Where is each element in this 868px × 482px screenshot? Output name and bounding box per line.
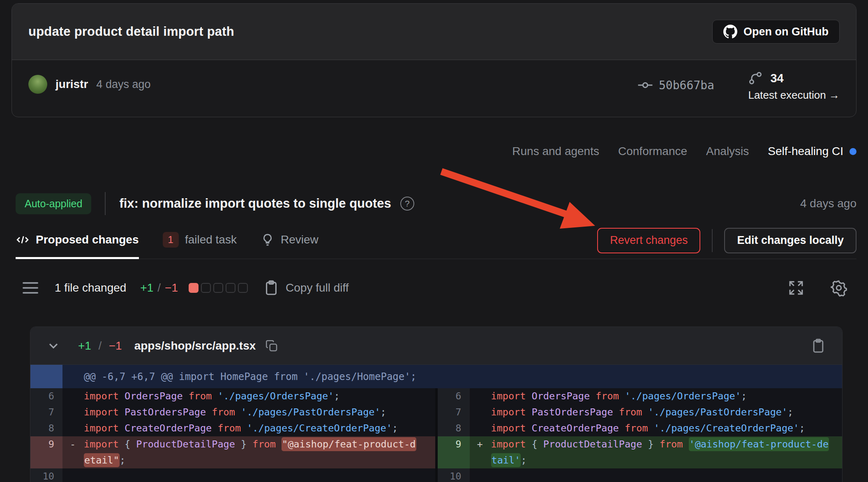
commit-card-body: juristr 4 days ago 50b667ba 34 Latest ex… [12, 60, 856, 117]
diff-line: 7import PastOrdersPage from './pages/Pas… [30, 404, 435, 420]
hunk-header-row: @@ -6,7 +6,7 @@ import HomePage from './… [30, 365, 842, 388]
diff-line: 10 [30, 468, 435, 482]
latest-execution-link[interactable]: Latest execution → [748, 89, 840, 102]
diff-pane-new: 6import OrdersPage from './pages/OrdersP… [438, 388, 843, 482]
hunk-gutter [30, 365, 62, 388]
git-commit-icon [637, 77, 653, 93]
execution-count-row: 34 [748, 71, 783, 86]
line-number: 8 [30, 420, 62, 436]
authored-timestamp: 4 days ago [96, 78, 150, 91]
toolbar-right [787, 279, 847, 297]
diffstat-removed: −1 [165, 281, 178, 294]
line-number: 9 [30, 436, 62, 468]
revert-changes-button[interactable]: Revert changes [597, 228, 700, 253]
files-changed-label: 1 file changed [55, 281, 126, 294]
tab-failed-task[interactable]: 1 failed task [163, 222, 237, 259]
diff-pane-old: 6import OrdersPage from './pages/OrdersP… [30, 388, 435, 482]
tab-review[interactable]: Review [261, 222, 319, 259]
nav-item-self-healing-ci[interactable]: Self-healing CI [768, 145, 856, 158]
github-icon [723, 25, 737, 39]
action-buttons: Revert changes Edit changes locally [597, 228, 856, 253]
diffstat-square [238, 283, 248, 293]
failed-count-badge: 1 [163, 232, 179, 248]
diffstat-square [189, 283, 199, 293]
diff-line: 9-import { ProductDetailPage } from "@ai… [30, 436, 435, 468]
diff-line: 10 [438, 468, 843, 482]
diff-line: 6import OrdersPage from './pages/OrdersP… [438, 388, 843, 404]
diff-sign: - [70, 436, 76, 452]
vertical-divider [105, 192, 106, 215]
line-number: 6 [438, 388, 470, 404]
copy-file-diff-icon[interactable] [810, 338, 826, 354]
line-number: 7 [438, 404, 470, 420]
auto-applied-badge: Auto-applied [16, 193, 91, 214]
hunk-header-text: @@ -6,7 +6,7 @@ import HomePage from './… [62, 365, 416, 388]
code-cell: import OrdersPage from './pages/OrdersPa… [62, 388, 435, 404]
edit-changes-locally-button[interactable]: Edit changes locally [724, 228, 856, 253]
chevron-down-icon[interactable] [46, 338, 61, 353]
diff-line: 6import OrdersPage from './pages/OrdersP… [30, 388, 435, 404]
diff-file-card: +1 / −1 apps/shop/src/app.tsx @@ -6,7 +6… [30, 327, 843, 482]
file-diffstat: +1 / −1 [78, 339, 122, 352]
button-divider [712, 229, 713, 252]
file-path: apps/shop/src/app.tsx [134, 339, 256, 352]
diff-line: 8import CreateOrderPage from './pages/Cr… [30, 420, 435, 436]
fullscreen-icon[interactable] [787, 279, 805, 297]
code-cell: -import { ProductDetailPage } from "@ais… [62, 436, 435, 468]
clipboard-icon[interactable] [263, 279, 280, 297]
open-on-github-label: Open on GitHub [743, 25, 829, 38]
lightbulb-icon [261, 233, 275, 247]
copy-path-icon[interactable] [265, 339, 279, 353]
commit-card: update product detail import path Open o… [12, 3, 856, 117]
tab-label: failed task [185, 233, 237, 246]
code-cell: import PastOrdersPage from './pages/Past… [62, 404, 435, 420]
commit-hash: 50b667ba [659, 79, 714, 92]
avatar[interactable] [28, 75, 47, 94]
page-title: update product detail import path [28, 24, 234, 39]
author-name: juristr [55, 78, 88, 91]
copy-full-diff-button[interactable]: Copy full diff [286, 281, 349, 294]
code-icon [16, 233, 30, 247]
nav-item-runs-and-agents[interactable]: Runs and agents [512, 145, 599, 158]
author-row: juristr 4 days ago [28, 75, 150, 94]
active-nav-dot-icon [850, 148, 856, 155]
code-cell: import OrdersPage from './pages/OrdersPa… [470, 388, 843, 404]
nav-item-conformance[interactable]: Conformance [618, 145, 687, 158]
diff-line: 7import PastOrdersPage from './pages/Pas… [438, 404, 843, 420]
open-on-github-button[interactable]: Open on GitHub [712, 20, 840, 44]
gear-icon[interactable] [830, 279, 847, 297]
diff-file-header: +1 / −1 apps/shop/src/app.tsx [30, 327, 842, 365]
code-cell [470, 468, 843, 482]
file-diffstat-removed: −1 [109, 339, 122, 352]
help-icon[interactable]: ? [400, 197, 414, 211]
code-cell: import PastOrdersPage from './pages/Past… [470, 404, 843, 420]
diffstat-added: +1 [140, 281, 153, 294]
tab-proposed-changes[interactable]: Proposed changes [16, 222, 139, 259]
line-number: 6 [30, 388, 62, 404]
tab-label: Proposed changes [36, 233, 139, 246]
line-number: 8 [438, 420, 470, 436]
line-number: 10 [30, 468, 62, 482]
execution-group: 34 Latest execution → [748, 71, 840, 102]
file-list-menu-icon[interactable] [23, 282, 38, 294]
code-cell [62, 468, 435, 482]
diffstat-square [201, 283, 211, 293]
file-diffstat-added: +1 [78, 339, 91, 352]
fix-timestamp: 4 days ago [800, 197, 856, 210]
diff-line: 9+import { ProductDetailPage } from '@ai… [438, 436, 843, 468]
diff-sign: + [477, 436, 483, 452]
tabs-row: Proposed changes 1 failed task Review Re… [16, 222, 856, 259]
workflow-icon [748, 71, 763, 86]
file-diffstat-separator: / [98, 339, 102, 352]
line-number: 10 [438, 468, 470, 482]
code-cell: +import { ProductDetailPage } from '@ais… [470, 436, 843, 468]
diffstat-separator: / [157, 281, 161, 294]
top-nav: Runs and agents Conformance Analysis Sel… [512, 145, 856, 158]
diffstat-square [213, 283, 223, 293]
fix-heading-row: Auto-applied fix: normalize import quote… [16, 192, 856, 216]
commit-card-header: update product detail import path Open o… [12, 4, 856, 60]
nav-item-analysis[interactable]: Analysis [706, 145, 749, 158]
commit-hash-group[interactable]: 50b667ba [637, 77, 714, 93]
diff-toolbar: 1 file changed +1 / −1 Copy full diff [23, 275, 847, 301]
line-number: 9 [438, 436, 470, 468]
